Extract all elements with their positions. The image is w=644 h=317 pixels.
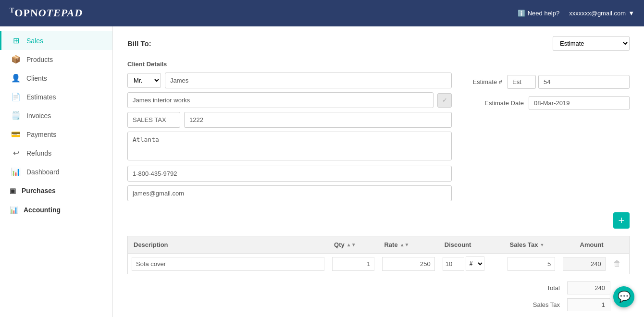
user-menu[interactable]: xxxxxxx@gmail.com ▼ [569,10,634,17]
email-input[interactable] [127,185,452,201]
sidebar-item-sales[interactable]: ⊞ Sales [0,31,112,50]
delete-row-button[interactable]: 🗑 [613,259,621,268]
amount-cell [559,254,609,274]
help-icon: ℹ️ [518,10,525,17]
sidebar-item-refunds[interactable]: ↩ Refunds [0,144,112,162]
total-row: Total [521,281,610,294]
estimate-date-input[interactable] [529,96,630,110]
header: TOPNOTEPAD ℹ️ Need help? xxxxxxx@gmail.c… [0,0,644,26]
qty-sort-button[interactable]: ▲▼ [347,242,356,247]
app-logo: TOPNOTEPAD [10,7,83,19]
email-label: xxxxxxx@gmail.com [569,10,626,17]
address-input[interactable]: Atlanta [127,132,452,160]
estimate-number-inputs [507,75,630,89]
qty-cell [328,254,378,274]
estimate-fields: Estimate # Estimate Date [466,75,630,110]
sidebar-item-products[interactable]: 📦 Products [0,50,112,69]
total-value [567,281,610,294]
phone-input[interactable] [127,166,452,182]
client-section: Client Details Mr. Mrs. Ms. Dr. ✓ [127,61,452,205]
table-row: # % 🗑 [128,254,630,274]
sidebar-item-payments[interactable]: 💳 Payments [0,125,112,144]
chat-icon: 💬 [618,291,631,303]
estimate-date-row: Estimate Date [466,96,630,110]
dashboard-icon: 📊 [11,167,21,176]
col-rate: Rate ▲▼ [378,236,438,254]
sidebar-item-invoices-label: Invoices [26,112,51,120]
totals-section: Total Sales Tax [127,274,630,317]
description-cell [128,254,329,274]
sidebar-item-dashboard[interactable]: 📊 Dashboard [0,162,112,181]
invoices-icon: 🗒️ [11,111,21,120]
items-table: Description Qty ▲▼ Rate ▲▼ [127,236,630,274]
sidebar-item-clients[interactable]: 👤 Clients [0,69,112,87]
sidebar-item-refunds-label: Refunds [26,149,51,157]
discount-type-select[interactable]: # % [466,256,484,271]
purchases-icon: ▣ [10,187,16,195]
col-actions [609,236,630,254]
form-area: Client Details Mr. Mrs. Ms. Dr. ✓ [127,61,630,205]
client-first-name-input[interactable] [165,73,452,88]
sidebar-item-estimates[interactable]: 📄 Estimates [0,87,112,106]
col-sales-tax: Sales Tax ▼ [504,236,559,254]
description-input[interactable] [132,257,324,271]
add-button-row: + [127,212,630,229]
sales-icon: ⊞ [11,36,21,45]
estimate-number-label: Estimate # [466,78,502,85]
sidebar-section-purchases[interactable]: ▣ Purchases [0,181,112,200]
sidebar-item-invoices[interactable]: 🗒️ Invoices [0,106,112,125]
sidebar-purchases-label: Purchases [22,187,56,195]
sales-tax-input[interactable] [508,257,555,271]
sidebar-item-clients-label: Clients [26,74,47,82]
clients-icon: 👤 [11,73,21,83]
sales-tax-cell [504,254,559,274]
sidebar-section-accounting[interactable]: 📊 Accounting [0,200,112,219]
tax-row [127,112,452,128]
products-icon: 📦 [11,55,21,64]
payments-icon: 💳 [11,130,21,139]
sidebar-accounting-label: Accounting [24,206,61,214]
sidebar-item-products-label: Products [26,56,53,63]
sidebar-item-payments-label: Payments [26,131,56,138]
help-label: Need help? [528,10,560,17]
tax-number-input[interactable] [184,112,452,128]
estimate-type-select[interactable]: Estimate Invoice Quote [553,36,630,51]
estimate-section: Estimate # Estimate Date [466,61,630,205]
header-right: ℹ️ Need help? xxxxxxx@gmail.com ▼ [518,10,634,17]
chat-bubble-button[interactable]: 💬 [613,286,634,307]
client-title-select[interactable]: Mr. Mrs. Ms. Dr. [127,73,161,88]
bill-to-label: Bill To: [127,39,151,48]
refunds-icon: ↩ [11,148,21,158]
estimate-prefix-input[interactable] [507,75,536,89]
discount-input[interactable] [443,257,464,271]
estimate-date-inputs [529,96,630,110]
main-layout: ⊞ Sales 📦 Products 👤 Clients 📄 Estimates… [0,26,644,317]
sales-tax-total-label: Sales Tax [521,301,560,308]
qty-input[interactable] [332,257,374,271]
sidebar-item-sales-label: Sales [26,37,43,45]
rate-cell [378,254,438,274]
accounting-icon: 📊 [10,206,18,214]
amount-input[interactable] [563,257,605,271]
sidebar: ⊞ Sales 📦 Products 👤 Clients 📄 Estimates… [0,26,113,317]
add-item-button[interactable]: + [613,212,630,229]
tax-label-input[interactable] [127,112,180,128]
sidebar-item-dashboard-label: Dashboard [26,168,60,176]
estimate-date-label: Estimate Date [466,99,524,107]
rate-sort-button[interactable]: ▲▼ [400,242,409,247]
action-cell: 🗑 [609,254,630,274]
company-input[interactable] [127,92,433,108]
chevron-down-icon: ▼ [628,10,634,17]
sales-tax-total-row: Sales Tax [521,298,610,311]
company-check-button[interactable]: ✓ [437,93,452,108]
sidebar-item-estimates-label: Estimates [26,93,56,101]
company-row: ✓ [127,92,452,108]
help-link[interactable]: ℹ️ Need help? [518,10,560,17]
col-amount: Amount [559,236,609,254]
total-label: Total [521,284,560,292]
estimate-number-input[interactable] [538,75,630,89]
client-details-label: Client Details [127,61,452,68]
col-qty: Qty ▲▼ [328,236,378,254]
bill-to-row: Bill To: Estimate Invoice Quote [127,36,630,51]
rate-input[interactable] [382,257,434,271]
